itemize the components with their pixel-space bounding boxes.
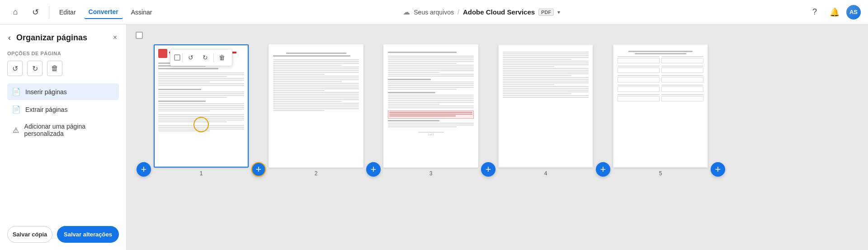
add-between-1-2-button[interactable]: + bbox=[251, 162, 266, 177]
page-thumb-1[interactable]: ↺ ↻ 🗑 bbox=[154, 44, 249, 168]
menu-item-insert[interactable]: 📄 Inserir páginas bbox=[7, 83, 119, 100]
undo-button[interactable]: ↺ bbox=[7, 61, 23, 76]
document-name: Adobe Cloud Services bbox=[463, 8, 535, 16]
page-2-content bbox=[269, 45, 363, 167]
page-number-4: 4 bbox=[544, 170, 547, 177]
history-button[interactable]: ↺ bbox=[27, 4, 43, 20]
page-card-3: 1 of 5 3 bbox=[383, 44, 478, 177]
nav-divider-1 bbox=[49, 6, 49, 19]
select-all-checkbox[interactable] bbox=[136, 32, 143, 39]
sidebar-back-button[interactable]: ‹ bbox=[7, 32, 12, 43]
notifications-button[interactable]: 🔔 bbox=[826, 4, 843, 20]
help-button[interactable]: ? bbox=[807, 4, 823, 20]
select-all-row bbox=[134, 32, 868, 39]
page-5-content bbox=[614, 45, 707, 167]
nav-right: ? 🔔 AS bbox=[807, 4, 861, 20]
breadcrumb-slash: / bbox=[458, 9, 459, 16]
extract-icon: 📄 bbox=[12, 105, 21, 114]
nav-center: ☁ Seus arquivos / Adobe Cloud Services P… bbox=[160, 8, 803, 16]
add-between-3-4-button[interactable]: + bbox=[481, 162, 495, 177]
top-nav: ⌂ ↺ Editar Converter Assinar ☁ Seus arqu… bbox=[0, 0, 868, 24]
section-label: OPÇÕES DE PÁGINA bbox=[7, 51, 119, 56]
page-thumb-5[interactable] bbox=[613, 44, 708, 168]
toolbar-sep-1 bbox=[182, 53, 183, 62]
sidebar-header-left: ‹ Organizar páginas bbox=[7, 32, 87, 43]
page-3-content: 1 of 5 bbox=[384, 45, 477, 167]
menu-item-custom[interactable]: ⚠ Adicionar uma página personalizada bbox=[7, 119, 119, 141]
breadcrumb-files: Seus arquivos bbox=[414, 9, 454, 16]
dropdown-arrow[interactable]: ▾ bbox=[557, 9, 560, 15]
save-copy-button[interactable]: Salvar cópia bbox=[7, 226, 52, 243]
pages-row: + ↺ ↻ 🗑 bbox=[134, 44, 868, 186]
page-number-5: 5 bbox=[659, 170, 662, 177]
converter-nav-button[interactable]: Converter bbox=[84, 5, 123, 19]
page-thumb-2[interactable] bbox=[269, 44, 363, 168]
cloud-icon: ☁ bbox=[403, 8, 410, 16]
logo-placeholder bbox=[158, 49, 167, 58]
page-thumb-4[interactable] bbox=[498, 44, 593, 168]
page-4-content bbox=[499, 45, 592, 167]
add-after-page-5-button[interactable]: + bbox=[711, 162, 725, 177]
main-layout: ‹ Organizar páginas × OPÇÕES DE PÁGINA ↺… bbox=[0, 24, 868, 250]
add-between-2-3-button[interactable]: + bbox=[366, 162, 381, 177]
page-number-3: 3 bbox=[429, 170, 433, 177]
sidebar-bottom: Salvar cópia Salvar alterações bbox=[7, 226, 119, 243]
custom-icon: ⚠ bbox=[12, 126, 20, 135]
rotate-right-button[interactable]: ↻ bbox=[199, 51, 212, 64]
page-delete-button[interactable]: 🗑 bbox=[216, 51, 228, 64]
page-number-2: 2 bbox=[315, 170, 318, 177]
save-changes-button[interactable]: Salvar alterações bbox=[57, 226, 119, 243]
add-between-4-5-button[interactable]: + bbox=[596, 162, 610, 177]
insert-icon: 📄 bbox=[12, 87, 21, 96]
page-number-1: 1 bbox=[200, 170, 203, 177]
add-before-page-1-button[interactable]: + bbox=[137, 162, 151, 177]
page-toolbar-1: ↺ ↻ 🗑 bbox=[170, 49, 232, 66]
menu-item-extract[interactable]: 📄 Extrair páginas bbox=[7, 101, 119, 118]
extract-label: Extrair páginas bbox=[25, 106, 67, 113]
sidebar-actions: ↺ ↻ 🗑 bbox=[7, 61, 119, 76]
avatar[interactable]: AS bbox=[846, 5, 861, 19]
sidebar: ‹ Organizar páginas × OPÇÕES DE PÁGINA ↺… bbox=[0, 24, 127, 250]
page-card-2: 2 bbox=[269, 44, 363, 177]
sidebar-header: ‹ Organizar páginas × bbox=[7, 32, 119, 43]
page-card-1: ↺ ↻ 🗑 bbox=[154, 44, 249, 177]
home-button[interactable]: ⌂ bbox=[7, 4, 24, 20]
page-card-4: 4 bbox=[498, 44, 593, 177]
sidebar-close-button[interactable]: × bbox=[111, 32, 119, 43]
page-1-checkbox[interactable] bbox=[174, 54, 180, 61]
toolbar-sep-2 bbox=[213, 53, 214, 62]
delete-button[interactable]: 🗑 bbox=[47, 61, 62, 76]
custom-label: Adicionar uma página personalizada bbox=[24, 123, 114, 137]
content-area: + ↺ ↻ 🗑 bbox=[127, 24, 868, 250]
assinar-nav-button[interactable]: Assinar bbox=[127, 6, 157, 19]
page-thumb-3[interactable]: 1 of 5 bbox=[383, 44, 478, 168]
edit-nav-button[interactable]: Editar bbox=[55, 6, 80, 19]
sidebar-title: Organizar páginas bbox=[16, 33, 87, 43]
rotate-left-button[interactable]: ↺ bbox=[184, 51, 197, 64]
redo-button[interactable]: ↻ bbox=[27, 61, 42, 76]
page-card-5: 5 bbox=[613, 44, 708, 177]
insert-label: Inserir páginas bbox=[25, 88, 67, 96]
pdf-badge: PDF bbox=[538, 9, 554, 16]
